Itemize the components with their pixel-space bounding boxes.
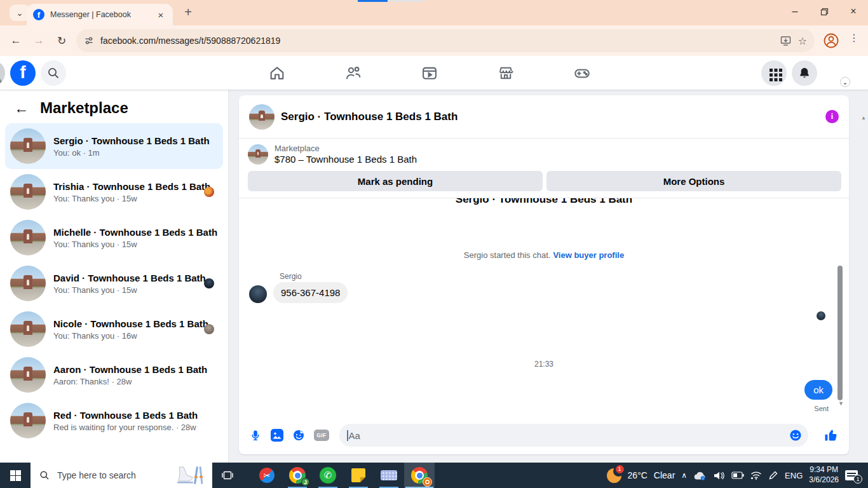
conversation-info-icon[interactable]: i bbox=[825, 110, 839, 123]
voice-clip-icon[interactable] bbox=[249, 429, 262, 442]
browser-menu-button[interactable]: ⋮ bbox=[848, 32, 860, 44]
address-bar[interactable]: facebook.com/messages/t/590888720621819 … bbox=[76, 29, 815, 52]
facebook-favicon-icon: f bbox=[33, 9, 44, 20]
back-arrow-icon[interactable]: ← bbox=[14, 100, 29, 117]
gif-icon[interactable]: GIF bbox=[314, 430, 329, 441]
snipping-tool-button[interactable]: ✂ bbox=[252, 463, 282, 488]
onedrive-cloud-icon[interactable]: i bbox=[693, 471, 707, 480]
conversation-row-nicole[interactable]: Nicole · Townhouse 1 Beds 1 Bath You: Th… bbox=[5, 306, 223, 352]
chat-scrollbar[interactable] bbox=[837, 266, 843, 400]
weather-button[interactable]: 1 bbox=[607, 468, 621, 483]
action-center-button[interactable]: 1 bbox=[845, 470, 858, 480]
facebook-logo[interactable]: f bbox=[10, 60, 36, 86]
conversation-title: Nicole · Townhouse 1 Beds 1 Bath bbox=[53, 318, 208, 329]
sent-status-label: Sent bbox=[814, 405, 829, 412]
chat-header: Sergio · Townhouse 1 Beds 1 Bath i bbox=[239, 95, 849, 139]
sticker-icon[interactable] bbox=[292, 429, 305, 442]
scroll-down-arrow[interactable]: ▼ bbox=[838, 400, 844, 407]
search-button[interactable] bbox=[41, 60, 66, 86]
chat-panel: Sergio · Townhouse 1 Beds 1 Bath i Marke… bbox=[239, 95, 849, 454]
window-minimize-button[interactable]: – bbox=[780, 0, 810, 23]
language-indicator[interactable]: ENG bbox=[785, 471, 803, 480]
conversation-row-trishia[interactable]: Trishia · Townhouse 1 Beds 1 Bath You: T… bbox=[5, 169, 223, 215]
conversation-title: Trishia · Townhouse 1 Beds 1 Bath bbox=[53, 181, 210, 192]
onscreen-keyboard-button[interactable] bbox=[374, 463, 404, 488]
home-nav-icon[interactable] bbox=[268, 64, 286, 82]
decorative-strip-gray bbox=[388, 0, 424, 2]
more-options-button[interactable]: More Options bbox=[546, 171, 841, 191]
conversation-title: Michelle · Townhouse 1 Beds 1 Bath bbox=[53, 227, 217, 238]
message-scroll-area[interactable]: Sergio · Townhouse 1 Beds 1 Bath Sergio … bbox=[239, 198, 849, 416]
taskbar-clock[interactable]: 9:34 PM 3/6/2026 bbox=[809, 465, 839, 485]
clock-time: 9:34 PM bbox=[809, 465, 839, 475]
conversation-preview: Red is waiting for your response. · 28w bbox=[53, 423, 198, 432]
window-close-button[interactable]: × bbox=[839, 0, 868, 23]
facebook-navbar: f ⌄ ▲ bbox=[0, 56, 868, 90]
incoming-message-bubble: 956-367-4198 bbox=[273, 282, 348, 303]
chrome-profile1-button[interactable]: J bbox=[282, 463, 313, 488]
whatsapp-button[interactable]: ✆ bbox=[313, 463, 343, 488]
friends-nav-icon[interactable] bbox=[344, 64, 362, 82]
conversation-row-sergio[interactable]: Sergio · Townhouse 1 Beds 1 Bath You: ok… bbox=[5, 123, 223, 169]
conversation-row-aaron[interactable]: Aaron · Townhouse 1 Beds 1 Bath Aaron: T… bbox=[5, 352, 223, 398]
chat-started-text: Sergio started this chat. bbox=[464, 250, 551, 260]
notifications-button[interactable] bbox=[792, 60, 817, 86]
tab-title: Messenger | Facebook bbox=[50, 10, 149, 19]
account-avatar[interactable] bbox=[0, 60, 5, 86]
chat-title: Sergio · Townhouse 1 Beds 1 Bath bbox=[281, 111, 819, 123]
taskbar-search-box[interactable]: Type here to search bbox=[31, 463, 212, 488]
message-input[interactable]: Aa bbox=[339, 424, 808, 447]
wifi-icon[interactable] bbox=[750, 471, 762, 480]
mark-as-pending-button[interactable]: Mark as pending bbox=[248, 171, 543, 191]
listing-avatar bbox=[10, 128, 46, 164]
install-app-icon[interactable] bbox=[780, 35, 792, 47]
temperature-label[interactable]: 26°C bbox=[628, 470, 648, 480]
back-button[interactable]: ← bbox=[8, 32, 24, 49]
chat-avatar[interactable] bbox=[249, 104, 275, 130]
listing-avatar bbox=[10, 266, 46, 301]
battery-icon[interactable] bbox=[731, 471, 744, 479]
page-scrollbar-up-arrow[interactable]: ▲ bbox=[861, 115, 866, 121]
whatsapp-icon: ✆ bbox=[320, 467, 336, 484]
conversation-row-david[interactable]: David · Townhouse 1 Beds 1 Bath You: Tha… bbox=[5, 261, 223, 306]
windows-taskbar: Type here to search ✂ J ✆ 1 26°C Clear ∧… bbox=[0, 463, 868, 488]
bell-icon bbox=[797, 66, 811, 80]
pen-icon[interactable] bbox=[768, 470, 778, 480]
forward-button[interactable]: → bbox=[31, 32, 47, 49]
listing-summary[interactable]: Marketplace $780 – Townhouse 1 Beds 1 Ba… bbox=[248, 144, 841, 165]
apps-menu-button[interactable] bbox=[761, 60, 787, 86]
weather-condition-label[interactable]: Clear bbox=[654, 470, 675, 480]
chrome-profile2-button-active[interactable] bbox=[404, 463, 435, 488]
new-tab-button[interactable]: + bbox=[180, 5, 196, 20]
conversation-row-michelle[interactable]: Michelle · Townhouse 1 Beds 1 Bath You: … bbox=[5, 215, 223, 261]
window-restore-button[interactable] bbox=[810, 0, 839, 23]
browser-tab[interactable]: f Messenger | Facebook × bbox=[27, 4, 173, 25]
time-divider: 21:33 bbox=[239, 360, 849, 369]
refresh-button[interactable]: ↻ bbox=[53, 32, 70, 49]
browser-profile-button[interactable] bbox=[822, 32, 840, 50]
site-settings-icon[interactable] bbox=[84, 36, 94, 46]
chat-started-note: Sergio started this chat.View buyer prof… bbox=[239, 250, 849, 260]
attach-image-icon[interactable] bbox=[271, 429, 283, 442]
outgoing-message-bubble: ok bbox=[804, 380, 832, 400]
sticky-notes-button[interactable] bbox=[343, 463, 374, 488]
speaker-icon[interactable] bbox=[714, 471, 725, 480]
view-buyer-profile-link[interactable]: View buyer profile bbox=[553, 250, 624, 260]
bookmark-star-icon[interactable]: ☆ bbox=[798, 35, 807, 47]
thumbs-up-icon[interactable] bbox=[824, 428, 839, 443]
listing-title: $780 – Townhouse 1 Beds 1 Bath bbox=[275, 154, 417, 165]
watch-nav-icon[interactable] bbox=[421, 64, 438, 82]
conversation-row-red[interactable]: Red · Townhouse 1 Beds 1 Bath Red is wai… bbox=[5, 398, 223, 444]
tab-close-icon[interactable]: × bbox=[155, 10, 166, 20]
emoji-icon[interactable] bbox=[789, 429, 802, 442]
tray-expand-chevron[interactable]: ∧ bbox=[681, 471, 687, 480]
listing-avatar bbox=[10, 403, 46, 438]
marketplace-banner: Marketplace $780 – Townhouse 1 Beds 1 Ba… bbox=[239, 139, 849, 198]
conversation-title: Aaron · Townhouse 1 Beds 1 Bath bbox=[53, 364, 207, 375]
listing-avatar bbox=[10, 174, 46, 210]
marketplace-nav-icon[interactable] bbox=[497, 64, 515, 82]
task-view-button[interactable] bbox=[212, 463, 243, 488]
restore-icon bbox=[820, 8, 829, 16]
start-button[interactable] bbox=[0, 463, 31, 488]
gaming-nav-icon[interactable] bbox=[573, 64, 591, 82]
